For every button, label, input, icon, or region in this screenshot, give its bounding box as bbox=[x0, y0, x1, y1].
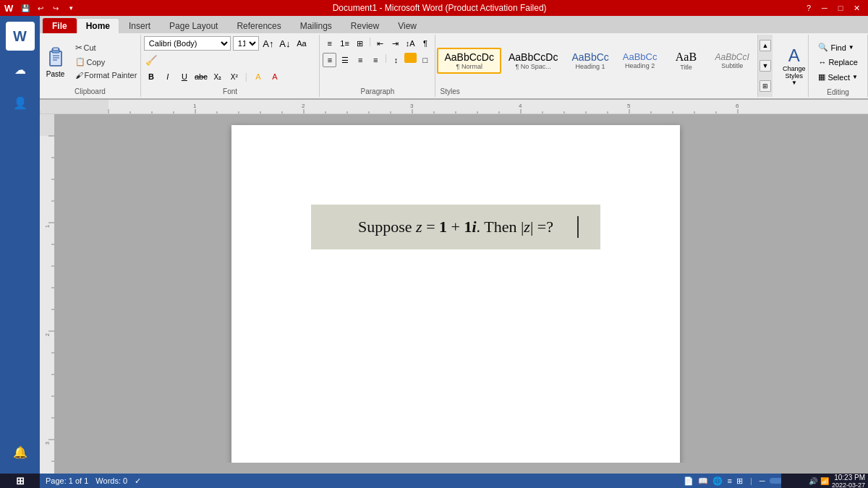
copy-label: Copy bbox=[87, 58, 106, 67]
customize-quick-access-button[interactable]: ▼ bbox=[64, 2, 77, 14]
tab-home[interactable]: Home bbox=[77, 18, 119, 33]
undo-button[interactable]: ↩ bbox=[34, 2, 47, 14]
word-logo: W bbox=[4, 3, 13, 14]
justify-button[interactable]: ≡ bbox=[369, 53, 383, 67]
superscript-button[interactable]: X² bbox=[227, 69, 242, 84]
text-highlight-button[interactable]: A bbox=[251, 69, 265, 84]
save-button[interactable]: 💾 bbox=[19, 2, 32, 14]
sidebar-cloud-icon[interactable]: ☁ bbox=[6, 55, 35, 84]
bullets-button[interactable]: ≡ bbox=[323, 36, 336, 51]
show-hide-button[interactable]: ¶ bbox=[419, 36, 433, 51]
grow-font-button[interactable]: A↑ bbox=[261, 36, 276, 51]
cursor bbox=[577, 216, 579, 238]
sidebar-word-icon[interactable]: W bbox=[6, 22, 35, 51]
eq-one: 1 bbox=[439, 218, 447, 236]
replace-button[interactable]: ↔ Replace bbox=[813, 56, 863, 69]
equation-container: Suppose z = 1 + 1i. Then |z| =? bbox=[260, 205, 651, 249]
style-normal[interactable]: AaBbCcDc ¶ Normal bbox=[437, 48, 501, 74]
tab-file[interactable]: File bbox=[43, 18, 77, 33]
subscript-button[interactable]: X₂ bbox=[210, 69, 225, 84]
left-sidebar: W ☁ 👤 🔔 bbox=[0, 16, 40, 488]
shading-button[interactable] bbox=[404, 53, 417, 63]
spell-check-button[interactable]: ✓ bbox=[135, 476, 141, 486]
style-heading2[interactable]: AaBbCc Heading 2 bbox=[616, 48, 664, 72]
main-area: 1 2 3 4 bbox=[40, 100, 868, 474]
separator: | bbox=[750, 476, 752, 485]
tab-insert[interactable]: Insert bbox=[119, 18, 160, 33]
horizontal-ruler: 1 2 3 4 bbox=[40, 100, 868, 114]
svg-rect-46 bbox=[40, 114, 54, 136]
font-top-row: Calibri (Body) 11 A↑ A↓ Aa 🧹 bbox=[144, 36, 316, 67]
font-size-select[interactable]: 11 bbox=[233, 36, 259, 51]
styles-scroll-up[interactable]: ▲ bbox=[760, 40, 771, 51]
tab-view[interactable]: View bbox=[388, 18, 426, 33]
document-canvas[interactable]: Suppose z = 1 + 1i. Then |z| =? bbox=[54, 114, 857, 463]
tab-mailings[interactable]: Mailings bbox=[291, 18, 341, 33]
title-text: Document1 - Microsoft Word (Product Acti… bbox=[77, 3, 801, 13]
view-print-button[interactable]: 📄 bbox=[684, 476, 694, 486]
line-spacing-button[interactable]: ↕ bbox=[389, 53, 403, 67]
equation-box[interactable]: Suppose z = 1 + 1i. Then |z| =? bbox=[311, 205, 600, 249]
tab-references[interactable]: References bbox=[227, 18, 290, 33]
format-painter-button[interactable]: 🖌 Format Painter bbox=[72, 69, 140, 81]
redo-button[interactable]: ↪ bbox=[49, 2, 62, 14]
select-arrow: ▼ bbox=[852, 74, 858, 80]
style-subtitle[interactable]: AaBbCcI Subtitle bbox=[708, 49, 755, 72]
close-button[interactable]: ✕ bbox=[849, 2, 864, 14]
sort-button[interactable]: ↕A bbox=[404, 36, 417, 51]
style-title[interactable]: AaB Title bbox=[664, 48, 707, 74]
tab-page-layout[interactable]: Page Layout bbox=[160, 18, 227, 33]
increase-indent-button[interactable]: ⇥ bbox=[388, 36, 402, 51]
multilevel-list-button[interactable]: ⊞ bbox=[353, 36, 367, 51]
title-bar-left: W 💾 ↩ ↪ ▼ bbox=[4, 2, 77, 14]
align-right-button[interactable]: ≡ bbox=[354, 53, 367, 67]
copy-button[interactable]: 📋 Copy bbox=[72, 56, 140, 68]
sidebar-notification-icon[interactable]: 🔔 bbox=[6, 437, 35, 466]
align-left-button[interactable]: ≡ bbox=[323, 53, 336, 67]
replace-icon: ↔ bbox=[818, 58, 826, 67]
underline-button[interactable]: U bbox=[177, 69, 192, 84]
paste-button[interactable]: Paste bbox=[41, 42, 71, 80]
help-button[interactable]: ? bbox=[801, 2, 816, 14]
decrease-indent-button[interactable]: ⇤ bbox=[373, 36, 387, 51]
shrink-font-button[interactable]: A↓ bbox=[278, 36, 292, 51]
font-color-button[interactable]: A bbox=[268, 69, 282, 84]
words-info[interactable]: Words: 0 bbox=[95, 476, 127, 485]
restore-button[interactable]: □ bbox=[833, 2, 848, 14]
clear-format-button[interactable]: 🧹 bbox=[144, 53, 158, 67]
minimize-button[interactable]: ─ bbox=[817, 2, 832, 14]
bold-button[interactable]: B bbox=[144, 69, 158, 84]
style-heading1[interactable]: AaBbCc Heading 1 bbox=[565, 48, 615, 73]
sidebar-user-icon[interactable]: 👤 bbox=[6, 88, 35, 117]
tray-network[interactable]: 📶 bbox=[820, 477, 829, 485]
view-web-button[interactable]: 🌐 bbox=[712, 476, 723, 486]
system-tray: 🔊 📶 10:23 PM 2022-03-27 bbox=[781, 474, 868, 488]
style-heading2-preview: AaBbCc bbox=[623, 51, 658, 62]
windows-start-button[interactable]: ⊞ bbox=[16, 475, 25, 487]
styles-scroll-down[interactable]: ▼ bbox=[760, 60, 771, 72]
strikethrough-button[interactable]: abc bbox=[194, 69, 208, 84]
select-label: Select bbox=[827, 73, 850, 82]
font-name-select[interactable]: Calibri (Body) bbox=[144, 36, 231, 51]
change-case-button[interactable]: Aa bbox=[294, 36, 309, 51]
page-info[interactable]: Page: 1 of 1 bbox=[46, 476, 88, 485]
view-outline-button[interactable]: ≡ bbox=[727, 476, 731, 485]
numbering-button[interactable]: 1≡ bbox=[338, 36, 352, 51]
align-center-button[interactable]: ☰ bbox=[338, 53, 352, 67]
ribbon: File Home Insert Page Layout References … bbox=[40, 16, 868, 100]
italic-button[interactable]: I bbox=[161, 69, 175, 84]
cut-button[interactable]: ✂ Cut bbox=[72, 41, 140, 54]
svg-rect-6 bbox=[40, 100, 868, 114]
view-draft-button[interactable]: ⊞ bbox=[736, 476, 743, 486]
zoom-out-button[interactable]: ─ bbox=[760, 476, 765, 485]
find-button[interactable]: 🔍 Find ▼ bbox=[813, 40, 863, 54]
borders-button[interactable]: □ bbox=[418, 53, 432, 67]
styles-scroll-more[interactable]: ⊞ bbox=[760, 80, 771, 92]
eq-period: . Then | bbox=[477, 218, 524, 236]
view-full-reading-button[interactable]: 📖 bbox=[698, 476, 708, 486]
tab-review[interactable]: Review bbox=[341, 18, 388, 33]
select-button[interactable]: ▦ Select ▼ bbox=[813, 70, 863, 84]
style-no-spacing[interactable]: AaBbCcDc ¶ No Spac... bbox=[502, 48, 564, 73]
svg-text:3: 3 bbox=[45, 442, 50, 445]
tray-volume[interactable]: 🔊 bbox=[809, 477, 817, 485]
